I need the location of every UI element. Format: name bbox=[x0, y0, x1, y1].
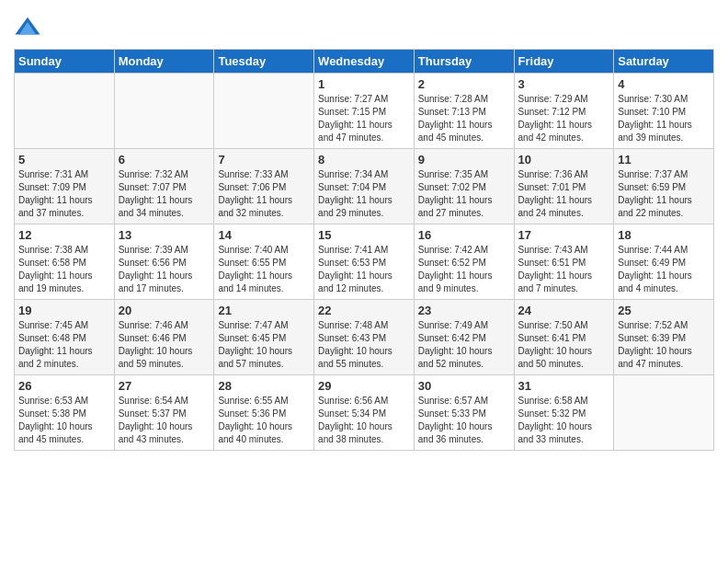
calendar-week-row: 19Sunrise: 7:45 AMSunset: 6:48 PMDayligh… bbox=[15, 300, 714, 375]
day-number: 29 bbox=[318, 379, 410, 393]
day-info: Sunrise: 6:56 AMSunset: 5:34 PMDaylight:… bbox=[318, 395, 410, 446]
day-info: Sunrise: 7:30 AMSunset: 7:10 PMDaylight:… bbox=[618, 93, 710, 144]
calendar-cell: 26Sunrise: 6:53 AMSunset: 5:38 PMDayligh… bbox=[15, 375, 115, 451]
day-number: 11 bbox=[618, 153, 710, 167]
day-of-week-header: Tuesday bbox=[214, 50, 314, 74]
day-info: Sunrise: 7:52 AMSunset: 6:39 PMDaylight:… bbox=[618, 319, 710, 371]
calendar-cell: 22Sunrise: 7:48 AMSunset: 6:43 PMDayligh… bbox=[314, 300, 415, 375]
calendar-cell: 5Sunrise: 7:31 AMSunset: 7:09 PMDaylight… bbox=[15, 149, 115, 224]
day-number: 8 bbox=[318, 153, 410, 167]
calendar-week-row: 12Sunrise: 7:38 AMSunset: 6:58 PMDayligh… bbox=[15, 224, 714, 300]
calendar-cell: 13Sunrise: 7:39 AMSunset: 6:56 PMDayligh… bbox=[114, 224, 214, 300]
day-number: 25 bbox=[618, 304, 710, 317]
day-info: Sunrise: 7:45 AMSunset: 6:48 PMDaylight:… bbox=[18, 319, 110, 371]
day-of-week-header: Sunday bbox=[15, 50, 115, 74]
day-number: 9 bbox=[418, 153, 510, 167]
day-info: Sunrise: 7:38 AMSunset: 6:58 PMDaylight:… bbox=[18, 244, 110, 295]
day-info: Sunrise: 7:46 AMSunset: 6:46 PMDaylight:… bbox=[119, 319, 210, 371]
day-number: 19 bbox=[18, 304, 110, 317]
day-info: Sunrise: 7:49 AMSunset: 6:42 PMDaylight:… bbox=[418, 319, 510, 371]
day-number: 21 bbox=[218, 304, 310, 317]
calendar-cell: 1Sunrise: 7:27 AMSunset: 7:15 PMDaylight… bbox=[314, 74, 415, 149]
day-info: Sunrise: 7:42 AMSunset: 6:52 PMDaylight:… bbox=[418, 244, 510, 295]
day-of-week-header: Wednesday bbox=[314, 50, 415, 74]
calendar-cell: 24Sunrise: 7:50 AMSunset: 6:41 PMDayligh… bbox=[514, 300, 614, 375]
day-info: Sunrise: 7:50 AMSunset: 6:41 PMDaylight:… bbox=[518, 319, 610, 371]
day-info: Sunrise: 7:31 AMSunset: 7:09 PMDaylight:… bbox=[18, 168, 110, 220]
day-info: Sunrise: 7:32 AMSunset: 7:07 PMDaylight:… bbox=[119, 168, 210, 220]
day-of-week-header: Saturday bbox=[614, 50, 714, 74]
day-number: 4 bbox=[618, 77, 710, 91]
calendar-cell: 25Sunrise: 7:52 AMSunset: 6:39 PMDayligh… bbox=[614, 300, 714, 375]
calendar-cell: 21Sunrise: 7:47 AMSunset: 6:45 PMDayligh… bbox=[214, 300, 314, 375]
calendar-cell: 19Sunrise: 7:45 AMSunset: 6:48 PMDayligh… bbox=[15, 300, 115, 375]
logo bbox=[14, 14, 43, 41]
day-number: 13 bbox=[119, 228, 210, 242]
calendar-cell: 3Sunrise: 7:29 AMSunset: 7:12 PMDaylight… bbox=[514, 74, 614, 149]
day-number: 2 bbox=[418, 77, 510, 91]
calendar-cell: 4Sunrise: 7:30 AMSunset: 7:10 PMDaylight… bbox=[614, 74, 714, 149]
calendar-cell bbox=[214, 74, 314, 149]
header bbox=[14, 9, 714, 41]
calendar-cell: 15Sunrise: 7:41 AMSunset: 6:53 PMDayligh… bbox=[314, 224, 415, 300]
calendar-cell: 7Sunrise: 7:33 AMSunset: 7:06 PMDaylight… bbox=[214, 149, 314, 224]
day-number: 5 bbox=[18, 153, 110, 167]
day-info: Sunrise: 7:48 AMSunset: 6:43 PMDaylight:… bbox=[318, 319, 410, 371]
calendar-cell: 12Sunrise: 7:38 AMSunset: 6:58 PMDayligh… bbox=[15, 224, 115, 300]
calendar-cell: 8Sunrise: 7:34 AMSunset: 7:04 PMDaylight… bbox=[314, 149, 415, 224]
calendar-cell bbox=[614, 375, 714, 451]
calendar-cell bbox=[114, 74, 214, 149]
calendar-week-row: 5Sunrise: 7:31 AMSunset: 7:09 PMDaylight… bbox=[15, 149, 714, 224]
calendar-cell: 23Sunrise: 7:49 AMSunset: 6:42 PMDayligh… bbox=[414, 300, 514, 375]
calendar-cell: 14Sunrise: 7:40 AMSunset: 6:55 PMDayligh… bbox=[214, 224, 314, 300]
day-number: 24 bbox=[518, 304, 610, 317]
day-number: 30 bbox=[418, 379, 510, 393]
calendar-header-row: SundayMondayTuesdayWednesdayThursdayFrid… bbox=[15, 50, 714, 74]
calendar-week-row: 1Sunrise: 7:27 AMSunset: 7:15 PMDaylight… bbox=[15, 74, 714, 149]
day-info: Sunrise: 7:44 AMSunset: 6:49 PMDaylight:… bbox=[618, 244, 710, 295]
day-number: 27 bbox=[119, 379, 210, 393]
day-info: Sunrise: 7:33 AMSunset: 7:06 PMDaylight:… bbox=[218, 168, 310, 220]
day-info: Sunrise: 7:35 AMSunset: 7:02 PMDaylight:… bbox=[418, 168, 510, 220]
calendar-cell: 29Sunrise: 6:56 AMSunset: 5:34 PMDayligh… bbox=[314, 375, 415, 451]
calendar-cell: 18Sunrise: 7:44 AMSunset: 6:49 PMDayligh… bbox=[614, 224, 714, 300]
day-info: Sunrise: 7:37 AMSunset: 6:59 PMDaylight:… bbox=[618, 168, 710, 220]
day-info: Sunrise: 7:39 AMSunset: 6:56 PMDaylight:… bbox=[119, 244, 210, 295]
day-number: 20 bbox=[119, 304, 210, 317]
day-number: 22 bbox=[318, 304, 410, 317]
calendar-cell: 6Sunrise: 7:32 AMSunset: 7:07 PMDaylight… bbox=[114, 149, 214, 224]
calendar-cell: 16Sunrise: 7:42 AMSunset: 6:52 PMDayligh… bbox=[414, 224, 514, 300]
day-info: Sunrise: 6:53 AMSunset: 5:38 PMDaylight:… bbox=[18, 395, 110, 446]
day-of-week-header: Friday bbox=[514, 50, 614, 74]
day-number: 17 bbox=[518, 228, 610, 242]
day-of-week-header: Thursday bbox=[414, 50, 514, 74]
day-number: 18 bbox=[618, 228, 710, 242]
day-number: 15 bbox=[318, 228, 410, 242]
day-info: Sunrise: 7:36 AMSunset: 7:01 PMDaylight:… bbox=[518, 168, 610, 220]
calendar-cell: 31Sunrise: 6:58 AMSunset: 5:32 PMDayligh… bbox=[514, 375, 614, 451]
calendar-table: SundayMondayTuesdayWednesdayThursdayFrid… bbox=[14, 49, 714, 451]
day-info: Sunrise: 7:43 AMSunset: 6:51 PMDaylight:… bbox=[518, 244, 610, 295]
day-info: Sunrise: 6:57 AMSunset: 5:33 PMDaylight:… bbox=[418, 395, 510, 446]
day-number: 12 bbox=[18, 228, 110, 242]
day-number: 10 bbox=[518, 153, 610, 167]
day-info: Sunrise: 7:47 AMSunset: 6:45 PMDaylight:… bbox=[218, 319, 310, 371]
day-number: 16 bbox=[418, 228, 510, 242]
day-number: 6 bbox=[119, 153, 210, 167]
calendar-cell: 2Sunrise: 7:28 AMSunset: 7:13 PMDaylight… bbox=[414, 74, 514, 149]
calendar-week-row: 26Sunrise: 6:53 AMSunset: 5:38 PMDayligh… bbox=[15, 375, 714, 451]
day-number: 7 bbox=[218, 153, 310, 167]
calendar-cell bbox=[15, 74, 115, 149]
day-number: 14 bbox=[218, 228, 310, 242]
day-number: 31 bbox=[518, 379, 610, 393]
calendar-cell: 20Sunrise: 7:46 AMSunset: 6:46 PMDayligh… bbox=[114, 300, 214, 375]
day-number: 23 bbox=[418, 304, 510, 317]
logo-icon bbox=[14, 14, 41, 41]
day-info: Sunrise: 6:55 AMSunset: 5:36 PMDaylight:… bbox=[218, 395, 310, 446]
calendar-cell: 17Sunrise: 7:43 AMSunset: 6:51 PMDayligh… bbox=[514, 224, 614, 300]
day-number: 28 bbox=[218, 379, 310, 393]
day-info: Sunrise: 7:28 AMSunset: 7:13 PMDaylight:… bbox=[418, 93, 510, 144]
page: SundayMondayTuesdayWednesdayThursdayFrid… bbox=[0, 0, 728, 563]
day-number: 1 bbox=[318, 77, 410, 91]
day-info: Sunrise: 7:40 AMSunset: 6:55 PMDaylight:… bbox=[218, 244, 310, 295]
